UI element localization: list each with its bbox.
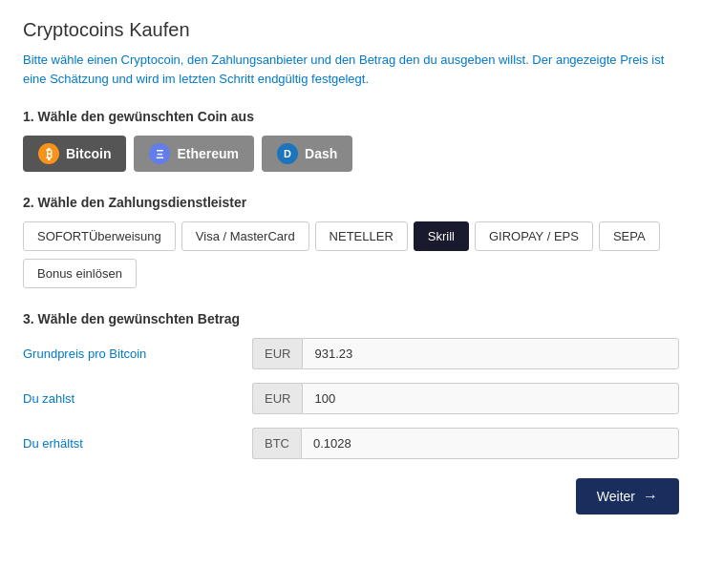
payment-btn-giropay[interactable]: GIROPAY / EPS bbox=[475, 221, 593, 251]
payment-btn-neteller[interactable]: NETELLER bbox=[315, 221, 408, 251]
amount-section-title: 3. Wähle den gewünschten Betrag bbox=[23, 311, 679, 326]
payment-section: 2. Wähle den Zahlungsdienstleister SOFOR… bbox=[23, 195, 679, 288]
intro-text: Bitte wähle einen Cryptocoin, den Zahlun… bbox=[23, 51, 679, 88]
base-price-currency: EUR bbox=[252, 338, 302, 369]
payment-btn-skrill[interactable]: Skrill bbox=[414, 221, 469, 251]
payment-btn-sepa[interactable]: SEPA bbox=[599, 221, 660, 251]
you-receive-input-group: BTC bbox=[252, 428, 679, 459]
you-pay-label: Du zahlst bbox=[23, 391, 214, 406]
dash-label: Dash bbox=[305, 146, 337, 161]
you-receive-input[interactable] bbox=[301, 428, 679, 459]
coin-section-title: 1. Wähle den gewünschten Coin aus bbox=[23, 109, 679, 124]
coin-btn-ethereum[interactable]: Ξ Ethereum bbox=[134, 136, 254, 172]
amount-section: 3. Wähle den gewünschten Betrag Grundpre… bbox=[23, 311, 679, 459]
base-price-input[interactable] bbox=[302, 338, 679, 369]
dash-icon: D bbox=[277, 143, 298, 164]
bitcoin-icon: ₿ bbox=[38, 143, 59, 164]
you-pay-currency: EUR bbox=[252, 383, 302, 414]
payment-btn-sofort[interactable]: SOFORTÜberweisung bbox=[23, 221, 176, 251]
bonus-button[interactable]: Bonus einlösen bbox=[23, 259, 137, 288]
you-receive-row: Du erhältst BTC bbox=[23, 428, 679, 459]
ethereum-icon: Ξ bbox=[149, 143, 170, 164]
you-receive-label: Du erhältst bbox=[23, 436, 214, 451]
coin-button-group: ₿ Bitcoin Ξ Ethereum D Dash bbox=[23, 136, 679, 172]
you-pay-row: Du zahlst EUR bbox=[23, 383, 679, 414]
next-arrow-icon: → bbox=[643, 488, 658, 505]
coin-btn-dash[interactable]: D Dash bbox=[262, 136, 352, 172]
you-pay-input-group: EUR bbox=[252, 383, 679, 414]
payment-button-group: SOFORTÜberweisung Visa / MasterCard NETE… bbox=[23, 221, 679, 251]
next-button[interactable]: Weiter → bbox=[576, 478, 679, 514]
ethereum-label: Ethereum bbox=[177, 146, 239, 161]
base-price-input-group: EUR bbox=[252, 338, 679, 369]
base-price-label: Grundpreis pro Bitcoin bbox=[23, 346, 214, 361]
you-pay-input[interactable] bbox=[302, 383, 679, 414]
page-title: Cryptocoins Kaufen bbox=[23, 19, 679, 41]
bitcoin-label: Bitcoin bbox=[66, 146, 111, 161]
coin-section: 1. Wähle den gewünschten Coin aus ₿ Bitc… bbox=[23, 109, 679, 172]
next-label: Weiter bbox=[597, 489, 635, 504]
footer: Weiter → bbox=[23, 478, 679, 514]
payment-btn-visa[interactable]: Visa / MasterCard bbox=[181, 221, 309, 251]
base-price-row: Grundpreis pro Bitcoin EUR bbox=[23, 338, 679, 369]
payment-section-title: 2. Wähle den Zahlungsdienstleister bbox=[23, 195, 679, 210]
you-receive-currency: BTC bbox=[252, 428, 301, 459]
coin-btn-bitcoin[interactable]: ₿ Bitcoin bbox=[23, 136, 126, 172]
